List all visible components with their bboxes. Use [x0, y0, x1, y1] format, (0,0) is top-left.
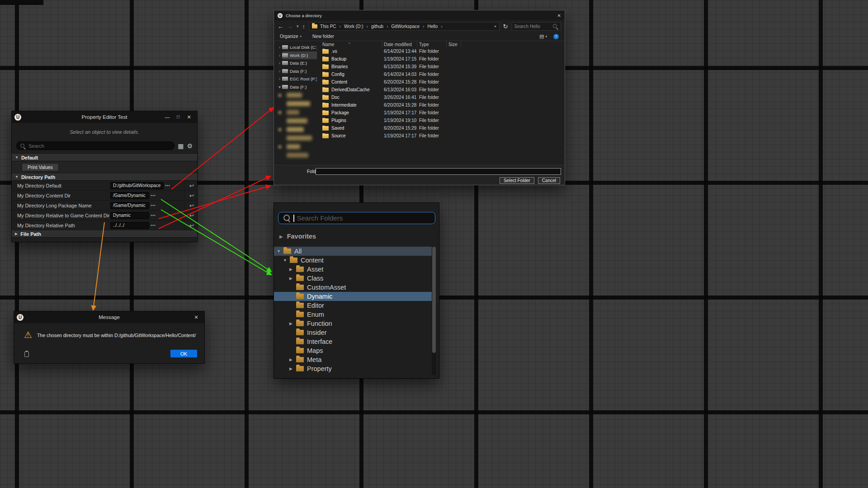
expander-icon[interactable]: [289, 277, 295, 281]
file-list-row[interactable]: Plugins 1/19/2024 19:10 File folder: [321, 117, 565, 124]
folder-tree-item[interactable]: Editor: [274, 301, 432, 310]
print-values-button[interactable]: Print Values: [22, 163, 59, 171]
close-button[interactable]: ✕: [184, 114, 194, 120]
column-header-type[interactable]: Type: [417, 41, 447, 47]
category-directory-path[interactable]: ▼ Directory Path: [12, 174, 197, 181]
settings-gear-icon[interactable]: ⚙: [187, 143, 193, 149]
reset-to-default-icon[interactable]: [189, 212, 194, 219]
file-list-row[interactable]: Binaries 6/13/2024 15:39 File folder: [321, 63, 565, 70]
search-input[interactable]: Search: [16, 141, 175, 150]
view-mode-button[interactable]: ▤ ▾: [539, 33, 547, 39]
maximize-button[interactable]: □: [173, 114, 184, 120]
file-list-row[interactable]: Intermediate 6/20/2024 15:28 File folder: [321, 101, 565, 109]
redacted-folder-item[interactable]: [274, 91, 317, 99]
redacted-folder-item[interactable]: [274, 125, 317, 134]
expander-icon[interactable]: [277, 69, 282, 74]
breadcrumb-item[interactable]: Hello: [427, 24, 445, 29]
folder-tree-item[interactable]: Insider: [274, 328, 432, 337]
new-folder-button[interactable]: New folder: [312, 34, 334, 39]
sidebar-drive-item[interactable]: Work (D:): [274, 52, 317, 60]
expand-arrow-icon[interactable]: ▶: [15, 232, 18, 236]
breadcrumb-item[interactable]: Work (D:): [344, 24, 371, 29]
file-list-row[interactable]: Backup 1/19/2024 17:15 File folder: [321, 55, 565, 63]
file-list-row[interactable]: Saved 6/20/2024 15:29 File folder: [321, 124, 565, 132]
expander-icon[interactable]: [277, 61, 282, 66]
property-value-box[interactable]: /Game/Dynamic: [110, 192, 149, 199]
folder-tree-item[interactable]: Maps: [274, 346, 432, 355]
category-default[interactable]: ▼ Default: [12, 154, 197, 161]
browse-ellipsis-button[interactable]: [151, 193, 156, 198]
column-header-name[interactable]: ^ Name: [321, 41, 382, 47]
folder-tree-item[interactable]: Class: [274, 274, 432, 283]
folder-name-input[interactable]: [316, 168, 561, 175]
cancel-button[interactable]: Cancel: [538, 177, 560, 184]
expander-icon[interactable]: [289, 367, 295, 371]
sidebar-drive-item[interactable]: EGC Root (P:): [274, 75, 317, 83]
expander-icon[interactable]: [277, 249, 283, 253]
select-folder-button[interactable]: Select Folder: [500, 177, 534, 184]
folder-tree-item[interactable]: Dynamic: [274, 292, 432, 301]
sidebar-drive-item[interactable]: Data (E:): [274, 59, 317, 67]
browse-ellipsis-button[interactable]: [151, 223, 156, 228]
sidebar-drive-item[interactable]: Data (F:): [274, 67, 317, 75]
breadcrumb-item[interactable]: This PC: [320, 24, 344, 29]
column-header-date-modified[interactable]: Date modified: [382, 41, 417, 47]
favorites-section[interactable]: ▶ Favorites: [279, 233, 316, 240]
file-list-row[interactable]: Content 6/20/2024 15:28 File folder: [321, 78, 565, 86]
file-list-row[interactable]: Package 1/19/2024 17:17 File folder: [321, 109, 565, 117]
file-list-row[interactable]: Source 1/19/2024 17:17 File folder: [321, 132, 565, 140]
redacted-folder-item[interactable]: [274, 99, 317, 108]
folder-tree-item[interactable]: CustomAsset: [274, 283, 432, 292]
folder-tree-item[interactable]: Function: [274, 319, 432, 328]
expander-icon[interactable]: [283, 258, 289, 263]
copy-message-icon[interactable]: [24, 352, 29, 357]
expander-icon[interactable]: [277, 84, 282, 89]
help-icon[interactable]: ?: [553, 34, 559, 39]
ok-button[interactable]: OK: [170, 350, 197, 357]
address-dropdown-icon[interactable]: ▾: [495, 24, 496, 28]
collapse-arrow-icon[interactable]: ▼: [15, 175, 19, 179]
history-dropdown-icon[interactable]: ▾: [297, 24, 299, 28]
reset-to-default-icon[interactable]: [189, 192, 194, 199]
up-button[interactable]: ↑: [302, 23, 306, 29]
folder-search-input[interactable]: Search Folders: [278, 212, 435, 224]
file-list-row[interactable]: Doc 3/26/2024 16:41 File folder: [321, 94, 565, 101]
expander-icon[interactable]: [277, 45, 282, 50]
expander-icon[interactable]: [289, 358, 295, 362]
folder-tree-item[interactable]: Interface: [274, 337, 432, 346]
property-value-box[interactable]: Dynamic: [110, 212, 149, 219]
folder-tree-item[interactable]: Meta: [274, 355, 432, 364]
folder-tree-item[interactable]: Content: [274, 256, 432, 265]
redacted-folder-item[interactable]: [274, 117, 317, 125]
expander-icon[interactable]: [277, 53, 282, 58]
minimize-button[interactable]: —: [162, 114, 173, 120]
scrollbar-track[interactable]: [432, 247, 436, 375]
folder-tree-item[interactable]: Asset: [274, 265, 432, 274]
reset-to-default-icon[interactable]: [189, 202, 194, 209]
address-bar[interactable]: This PC Work (D:) github GitWorkspace He…: [309, 22, 500, 31]
view-options-icon[interactable]: ▦: [178, 143, 184, 149]
file-list-row[interactable]: Config 6/14/2024 14:03 File folder: [321, 70, 565, 78]
scrollbar-thumb[interactable]: [432, 247, 436, 353]
browse-ellipsis-button[interactable]: [151, 213, 156, 218]
file-list-row[interactable]: .vs 6/14/2024 13:44 File folder: [321, 47, 565, 55]
expander-icon[interactable]: [277, 76, 282, 81]
forward-button[interactable]: →: [287, 23, 293, 29]
breadcrumb-item[interactable]: GitWorkspace: [391, 24, 427, 29]
category-file-path[interactable]: ▶ File Path: [12, 230, 197, 238]
folder-tree-item[interactable]: All: [274, 247, 432, 256]
browse-ellipsis-button[interactable]: [165, 183, 170, 188]
redacted-folder-item[interactable]: [274, 142, 317, 151]
close-button[interactable]: ✕: [191, 314, 202, 320]
sidebar-drive-item[interactable]: Data (F:): [274, 83, 317, 91]
property-editor-titlebar[interactable]: U Property Editor Test — □ ✕: [12, 111, 197, 123]
organize-menu[interactable]: Organize ▾: [280, 34, 302, 39]
column-header-size[interactable]: Size: [447, 41, 461, 47]
dialog-search-input[interactable]: Search Hello: [512, 22, 561, 31]
breadcrumb-item[interactable]: github: [371, 24, 392, 29]
message-titlebar[interactable]: U Message ✕: [14, 311, 204, 323]
sidebar-drive-item[interactable]: Local Disk (C:): [274, 43, 317, 52]
property-value-box[interactable]: ../../../: [110, 222, 149, 229]
collapse-arrow-icon[interactable]: ▼: [15, 156, 19, 160]
property-value-box[interactable]: D:/github/GitWorkspace: [110, 182, 164, 189]
